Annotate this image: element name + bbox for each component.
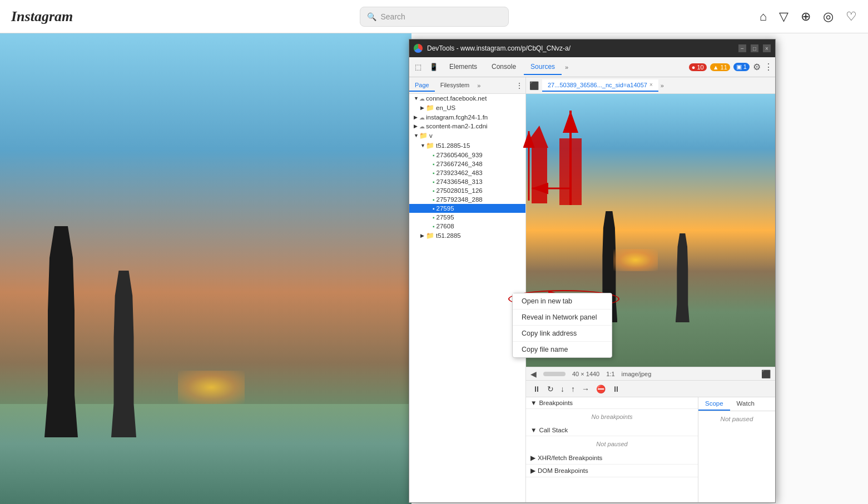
tree-item-label: en_US [436,104,455,111]
file-icon: ▪ [433,170,435,176]
window-controls: − □ × [738,44,771,52]
home-icon[interactable]: ⌂ [760,9,767,24]
folder-icon: 📁 [426,104,434,112]
tree-item-label: t51.2885 [436,232,461,239]
tree-item-file-6[interactable]: ▪ 275792348_288 [409,195,525,204]
breakpoints-header[interactable]: ▼ Breakpoints [526,397,698,409]
rocket-silhouette-right [111,271,136,437]
source-tab-nav-left[interactable]: ⬛ [526,80,542,91]
device-toolbar-button[interactable]: 📱 [426,61,442,73]
cloud-icon: ☁ [419,96,425,102]
debugger-panel: ⏸ ↻ ↓ ↑ → ⛔ ⏸ ▼ [526,380,775,502]
tree-item-file-5[interactable]: ▪ 275028015_126 [409,186,525,195]
tree-item-file-8[interactable]: ▪ 27595 [409,213,525,222]
deactivate-button[interactable]: ⛔ [594,383,608,395]
toolbar-right: ● 10 ▲ 11 ▣ 1 ⚙ ⋮ [689,62,773,72]
context-menu-item-copy-link[interactable]: Copy link address [513,326,612,342]
tab-sources[interactable]: Sources [524,59,562,75]
tabs-more[interactable]: » [563,61,571,74]
source-tabs-more[interactable]: » [658,80,666,91]
panel-tabs-more[interactable]: » [475,80,483,91]
xhr-header[interactable]: ▶ XHR/fetch Breakpoints [526,452,698,465]
step-out-button[interactable]: → [579,383,592,395]
file-tree: ▼ ☁ connect.facebook.net ▶ 📁 en_US ▶ ☁ [409,94,525,502]
cloud-icon: ☁ [419,123,425,129]
more-options-icon[interactable]: ⋮ [764,62,773,72]
right-panel: ⬛ 27...50389_36586..._nc_sid=a14057 × » [526,77,775,502]
dom-label: DOM Breakpoints [538,467,588,474]
file-icon: ▪ [433,161,435,167]
tree-item-label: connect.facebook.net [426,95,487,102]
tree-item-facebook[interactable]: ▼ ☁ connect.facebook.net [409,94,525,103]
format-icon: ⬛ [761,370,771,378]
tree-item-enus[interactable]: ▶ 📁 en_US [409,103,525,113]
debug-right-panel: Scope Watch Not paused [698,397,775,502]
add-circle-icon[interactable]: ⊕ [801,9,811,24]
step-over-button[interactable]: ↓ [558,383,567,395]
tree-item-scontent[interactable]: ▶ ☁ scontent-man2-1.cdni [409,122,525,131]
heart-icon[interactable]: ♡ [846,9,857,24]
watch-tab[interactable]: Watch [730,397,761,411]
breakpoints-content: No breakpoints [526,409,698,425]
search-placeholder: Search [381,12,405,21]
preview-rocket-right [676,233,690,322]
file-icon: ▪ [433,188,435,194]
context-menu-item-reveal-network[interactable]: Reveal in Network panel [513,310,612,326]
file-icon: ▪ [433,206,435,212]
source-tab-close[interactable]: × [649,82,653,88]
minimize-button[interactable]: − [738,44,746,52]
tree-item-label: 27595 [437,205,454,212]
panel-tab-filesystem[interactable]: Filesystem [435,79,475,92]
tree-item-t51[interactable]: ▼ 📁 t51.2885-15 [409,141,525,151]
tree-item-instagram[interactable]: ▶ ☁ instagram.fcgh24-1.fn [409,113,525,122]
tree-item-label: instagram.fcgh24-1.fn [426,114,488,121]
callstack-header[interactable]: ▼ Call Stack [526,425,698,436]
source-tab-active[interactable]: 27...50389_36586..._nc_sid=a14057 × [542,79,658,92]
context-item-label: Copy link address [522,330,577,337]
status-scroll-left[interactable]: ◀ [530,370,537,378]
tree-item-label: 273923462_483 [437,169,483,176]
close-button[interactable]: × [763,44,771,52]
tree-item-file-3[interactable]: ▪ 273923462_483 [409,168,525,177]
resume-button[interactable]: ↻ [545,383,556,395]
panel-action-button[interactable]: ⋮ [513,80,525,91]
pause-button[interactable]: ⏸ [530,383,543,395]
context-menu: Open in new tab Reveal in Network panel … [512,293,612,358]
maximize-button[interactable]: □ [751,44,758,52]
devtools-window: DevTools - www.instagram.com/p/CbQl_CNvz… [409,39,776,503]
search-bar[interactable]: 🔍 Search [360,7,509,27]
pause-exceptions-button[interactable]: ⏸ [610,383,622,395]
folder-icon: 📁 [419,132,428,139]
tree-item-file-9[interactable]: ▪ 27608 [409,222,525,231]
settings-icon[interactable]: ⚙ [753,62,761,72]
cloud-icon: ☁ [419,114,425,121]
explore-icon[interactable]: ◎ [823,9,834,24]
context-menu-item-open-tab[interactable]: Open in new tab [513,293,612,310]
inspect-tool-button[interactable]: ⬚ [411,61,425,73]
background-photo [0,33,411,504]
tree-item-v[interactable]: ▼ 📁 v [409,131,525,141]
context-menu-item-copy-filename[interactable]: Copy file name [513,342,612,357]
scope-tab[interactable]: Scope [698,397,730,411]
tree-item-file-2[interactable]: ▪ 273667246_348 [409,159,525,168]
status-bar: ◀ 40 × 1440 1:1 image/jpeg ⬛ [526,367,775,380]
zoom-label: 1:1 [606,371,614,377]
tree-item-label: 275792348_288 [437,196,483,203]
panel-tab-page[interactable]: Page [409,79,435,92]
tree-item-file-4[interactable]: ▪ 274336548_313 [409,177,525,186]
scrollbar[interactable] [543,372,566,376]
send-icon[interactable]: ▽ [779,9,788,24]
callstack-arrow: ▼ [530,427,537,433]
dom-header[interactable]: ▶ DOM Breakpoints [526,465,698,477]
tree-item-file-1[interactable]: ▪ 273605406_939 [409,151,525,159]
panel-tabs: Page Filesystem » ⋮ [409,77,525,94]
context-item-label: Reveal in Network panel [522,313,597,321]
tree-item-label: v [429,132,433,139]
tree-item-t51-2[interactable]: ▶ 📁 t51.2885 [409,231,525,241]
main-content: DevTools - www.instagram.com/p/CbQl_CNvz… [0,33,868,504]
tab-elements[interactable]: Elements [443,59,484,75]
step-into-button[interactable]: ↑ [569,383,577,395]
tab-console[interactable]: Console [485,59,523,75]
tree-item-file-selected[interactable]: ▪ 27595 [409,204,525,213]
file-icon: ▪ [433,214,435,221]
